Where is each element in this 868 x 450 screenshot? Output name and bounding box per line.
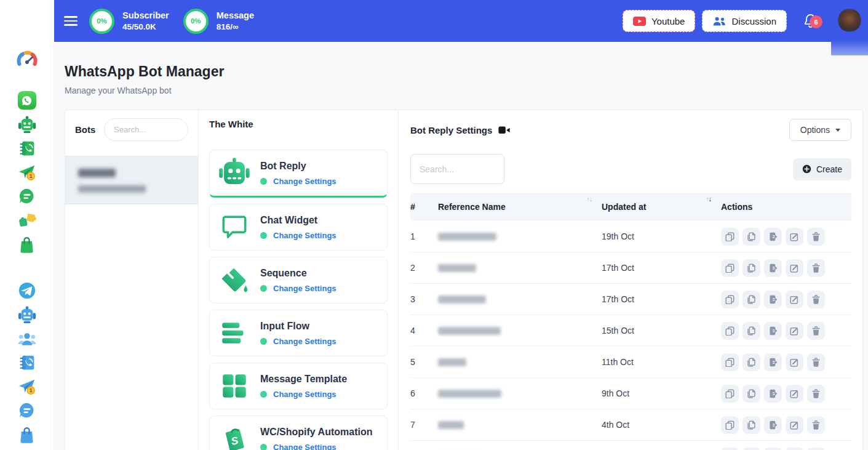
duplicate-button[interactable]	[721, 448, 739, 450]
sidebar-item-integrations[interactable]	[18, 211, 36, 230]
delete-button[interactable]	[807, 416, 825, 434]
export-button[interactable]	[764, 291, 782, 308]
clone-button[interactable]	[743, 385, 760, 403]
clone-button[interactable]	[743, 353, 760, 371]
export-icon	[768, 326, 778, 335]
clone-button[interactable]	[743, 259, 760, 277]
sidebar-item-whatsapp-bot[interactable]	[18, 115, 36, 134]
clone-icon	[747, 389, 756, 398]
dashboard-logo-icon[interactable]	[17, 49, 38, 68]
settings-card-sequence[interactable]: SequenceChange Settings	[209, 257, 388, 303]
sidebar-item-whatsapp[interactable]	[18, 91, 36, 110]
delete-button[interactable]	[807, 385, 825, 403]
edit-button[interactable]	[786, 291, 803, 308]
edit-button[interactable]	[786, 385, 803, 403]
delete-button[interactable]	[807, 259, 825, 277]
edit-button[interactable]	[786, 322, 803, 340]
change-settings-link[interactable]: Change Settings	[273, 284, 336, 293]
duplicate-icon	[725, 420, 735, 430]
sidebar-item-telegram-group[interactable]	[18, 329, 36, 348]
duplicate-button[interactable]	[721, 385, 739, 403]
sort-icon[interactable]: ↑↓	[587, 196, 592, 203]
change-settings-link[interactable]: Change Settings	[273, 231, 336, 240]
clone-button[interactable]	[743, 322, 760, 340]
bots-search-input[interactable]	[104, 118, 188, 141]
table-search-input[interactable]	[410, 154, 504, 184]
updated-at-value: 17th Oct	[602, 294, 721, 304]
edit-button[interactable]	[786, 259, 803, 277]
edit-button[interactable]	[786, 228, 803, 246]
edit-button[interactable]	[786, 353, 803, 371]
menu-toggle-button[interactable]	[64, 14, 79, 29]
export-button[interactable]	[764, 416, 782, 434]
change-settings-link[interactable]: Change Settings	[273, 177, 336, 186]
table-header-row: # Reference Name ↑↓ Updated at ↑↓ Action…	[410, 193, 851, 221]
sidebar-nav: 11	[18, 91, 36, 449]
delete-button[interactable]	[807, 322, 825, 340]
export-button[interactable]	[764, 448, 782, 450]
duplicate-button[interactable]	[721, 228, 739, 246]
settings-card-wc-shopify-automation[interactable]: SWC/Shopify AutomationChange Settings	[209, 416, 388, 450]
table-row: 317th Oct	[410, 284, 851, 315]
sidebar-item-telegram-live-chat[interactable]	[18, 401, 36, 420]
delete-icon	[811, 232, 821, 241]
create-button[interactable]: Create	[793, 158, 851, 180]
export-button[interactable]	[764, 322, 782, 340]
notifications-button[interactable]: 6	[803, 10, 821, 32]
bots-column: Bots	[65, 110, 199, 450]
sidebar-item-telegram[interactable]	[18, 281, 36, 300]
sidebar-item-whatsapp-broadcasting[interactable]: 1	[18, 163, 36, 182]
clone-button[interactable]	[743, 228, 760, 246]
avatar[interactable]	[838, 9, 861, 32]
video-tutorial-icon[interactable]	[498, 125, 510, 135]
export-button[interactable]	[764, 385, 782, 403]
settings-card-chat-widget[interactable]: Chat WidgetChange Settings	[209, 204, 388, 251]
redacted-reference-name	[438, 295, 486, 303]
edit-button[interactable]	[786, 416, 803, 434]
card-title: Sequence	[260, 268, 336, 279]
bot-list-item-selected[interactable]	[65, 156, 198, 204]
sort-icon[interactable]: ↑↓	[706, 196, 712, 203]
sidebar-item-whatsapp-contacts[interactable]	[18, 139, 36, 158]
message-progress-circle: 0%	[183, 9, 209, 34]
duplicate-button[interactable]	[721, 353, 739, 371]
duplicate-icon	[725, 295, 735, 304]
sidebar-item-telegram-broadcasting[interactable]: 1	[18, 377, 36, 396]
table-row: 511th Oct	[410, 347, 851, 378]
duplicate-icon	[725, 389, 735, 398]
clone-button[interactable]	[743, 448, 760, 450]
sidebar-item-telegram-store[interactable]	[18, 425, 36, 444]
delete-button[interactable]	[807, 353, 825, 371]
export-button[interactable]	[764, 353, 782, 371]
sidebar-item-telegram-contacts[interactable]	[18, 353, 36, 372]
duplicate-button[interactable]	[721, 291, 739, 308]
duplicate-button[interactable]	[721, 259, 739, 277]
clone-icon	[747, 358, 756, 367]
col-header-reference-name[interactable]: Reference Name ↑↓	[438, 193, 602, 221]
change-settings-link[interactable]: Change Settings	[273, 443, 336, 450]
change-settings-link[interactable]: Change Settings	[273, 390, 336, 399]
sidebar-item-telegram-bot[interactable]	[18, 305, 36, 324]
delete-button[interactable]	[807, 291, 825, 308]
status-dot-icon	[260, 338, 267, 345]
delete-button[interactable]	[807, 228, 825, 246]
delete-button[interactable]	[807, 448, 825, 450]
youtube-button[interactable]: Youtube	[623, 10, 696, 32]
duplicate-button[interactable]	[721, 322, 739, 340]
clone-button[interactable]	[743, 291, 760, 308]
settings-card-input-flow[interactable]: Input FlowChange Settings	[209, 310, 388, 356]
options-button[interactable]: Options	[789, 119, 851, 141]
edit-button[interactable]	[786, 448, 803, 450]
sidebar-item-whatsapp-live-chat[interactable]	[18, 187, 36, 206]
export-icon	[768, 232, 778, 241]
sidebar-item-whatsapp-store[interactable]	[18, 235, 36, 254]
settings-card-message-template[interactable]: Message TemplateChange Settings	[209, 363, 388, 409]
col-header-updated-at[interactable]: Updated at ↑↓	[602, 193, 721, 221]
clone-button[interactable]	[743, 416, 760, 434]
export-button[interactable]	[764, 228, 782, 246]
change-settings-link[interactable]: Change Settings	[273, 337, 336, 346]
duplicate-button[interactable]	[721, 416, 739, 434]
settings-card-bot-reply[interactable]: Bot ReplyChange Settings	[209, 150, 388, 198]
export-button[interactable]	[764, 259, 782, 277]
discussion-button[interactable]: Discussion	[702, 10, 787, 32]
